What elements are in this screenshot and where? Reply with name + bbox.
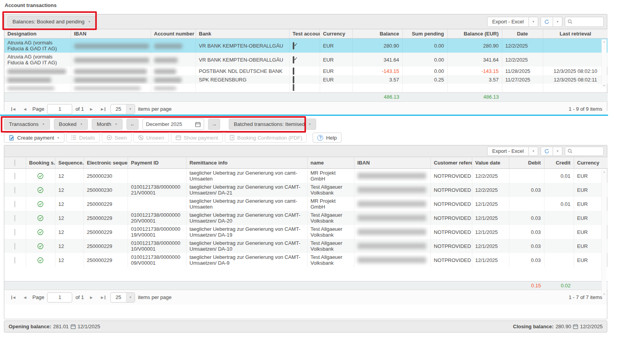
col-account-number[interactable]: Account number [151, 29, 196, 39]
col-sum-pending[interactable]: Sum pending [402, 29, 447, 39]
details-button[interactable]: Details [66, 133, 100, 143]
page-size-select[interactable]: 25 ▼ [110, 292, 135, 303]
refresh-options-caret[interactable]: ▼ [553, 147, 562, 156]
col-name[interactable]: name [307, 157, 354, 169]
row-checkbox[interactable] [14, 173, 15, 179]
table-row[interactable]: 12250000229taeglicher Uebertrag zur Gene… [4, 197, 608, 211]
test-account-checkbox[interactable] [293, 76, 294, 83]
col-customer-reference[interactable]: Customer refere... [431, 157, 472, 169]
col-iban[interactable]: IBAN [354, 157, 431, 169]
closing-balance-label: Closing balance: [513, 324, 553, 329]
col-designation[interactable]: Designation [4, 29, 71, 39]
table-row[interactable]: SPK REGENSBURG EUR 3.57 0.25 3.57 11/27/… [4, 75, 608, 84]
create-payment-button[interactable]: Create payment ▼ [4, 133, 64, 143]
prev-page-button[interactable]: ◀ [21, 293, 29, 302]
last-page-button[interactable]: ▶ [99, 105, 107, 113]
batched-transactions-dropdown[interactable]: Batched transactions: Itemised ▼ [229, 119, 316, 130]
cell-remittance: taeglicher Uebertrag zur Generierung von… [186, 225, 307, 239]
col-bank[interactable]: Bank [196, 29, 289, 39]
search-input[interactable] [574, 148, 599, 154]
col-iban[interactable]: IBAN [71, 29, 151, 39]
cell-electronic-sequence: 250000229 [84, 253, 128, 267]
test-account-checkbox[interactable] [293, 67, 294, 75]
page-number-input[interactable] [47, 292, 72, 303]
col-credit[interactable]: Credit [544, 157, 574, 169]
col-balance-eur[interactable]: Balance (EUR) [447, 29, 502, 39]
col-electronic-sequence[interactable]: Electronic sequen... [84, 157, 128, 169]
first-page-button[interactable]: ◀ [9, 105, 18, 113]
next-page-button[interactable]: ▶ [87, 293, 96, 302]
col-payment-id[interactable]: Payment ID [128, 157, 186, 169]
redacted-text [74, 58, 149, 63]
period-dropdown[interactable]: Month ▼ [92, 119, 123, 130]
table-row[interactable]: Atruvia AG (vormals Fiducia & GAD IT AG)… [4, 39, 608, 53]
row-checkbox[interactable] [14, 229, 15, 235]
transactions-dropdown[interactable]: Transactions ▼ [4, 119, 50, 130]
unseen-button[interactable]: Unseen [133, 133, 169, 143]
col-sequence[interactable]: Sequence... [55, 157, 84, 169]
refresh-options-caret[interactable]: ▼ [553, 17, 562, 27]
table-row[interactable]: 122500002300100121738/000000021/V00001ta… [4, 183, 608, 197]
row-checkbox[interactable] [14, 215, 15, 221]
cell-iban [354, 169, 431, 183]
test-account-checkbox[interactable] [293, 42, 294, 50]
chevron-down-icon: ▼ [42, 123, 45, 126]
page-number-input[interactable] [47, 104, 72, 114]
table-row[interactable]: 122500002290100121738/000000019/V00001ta… [4, 225, 608, 239]
row-checkbox[interactable] [14, 257, 15, 264]
refresh-button[interactable] [541, 17, 553, 27]
balances-filter-dropdown[interactable]: Balances: Booked and pending ▼ [7, 16, 96, 27]
col-debit[interactable]: Debit [509, 157, 544, 169]
col-currency[interactable]: Currency [574, 157, 608, 169]
col-currency[interactable]: Currency [320, 29, 352, 39]
vertical-scrollbar[interactable]: ▲▼ [601, 170, 607, 296]
test-account-checkbox[interactable] [293, 56, 294, 64]
row-checkbox[interactable] [14, 187, 15, 193]
table-row[interactable]: POSTBANK NDL DEUTSCHE BANK EUR -143.15 0… [4, 67, 608, 75]
cell-sequence: 12 [55, 183, 84, 197]
col-last-retrieval[interactable]: Last retrieval [543, 29, 608, 39]
cell-account [151, 53, 196, 67]
cell-iban [354, 225, 431, 239]
next-month-button[interactable]: → [208, 119, 220, 130]
transactions-table: Booking s... Sequence... Electronic sequ… [4, 157, 608, 290]
search-input[interactable] [574, 19, 599, 25]
col-date[interactable]: Date [502, 29, 543, 39]
table-row[interactable]: 122500002290100121738/000000009/V00001ta… [4, 253, 608, 267]
previous-month-button[interactable]: ← [126, 119, 139, 130]
help-button[interactable]: ? Help [313, 133, 341, 143]
seen-button[interactable]: Seen [102, 133, 132, 143]
col-value-date[interactable]: Value date [472, 157, 509, 169]
booking-confirmation-button[interactable]: Booking Confirmation (PDF) [225, 133, 307, 143]
col-balance[interactable]: Balance [352, 29, 402, 39]
page-size-select[interactable]: 25 ▼ [110, 104, 135, 114]
export-excel-button[interactable]: Export - Excel [487, 17, 529, 27]
export-options-caret[interactable]: ▼ [529, 17, 538, 27]
table-row[interactable]: 122500002290100121738/000000010/V00001ta… [4, 239, 608, 253]
row-checkbox[interactable] [14, 201, 15, 207]
table-row[interactable]: Atruvia AG (vormals Fiducia & GAD IT AG)… [4, 53, 608, 67]
refresh-button[interactable] [541, 147, 553, 156]
show-payment-button[interactable]: Show payment [171, 133, 223, 143]
first-page-button[interactable]: ◀ [9, 293, 18, 302]
table-row[interactable]: 12250000230taeglicher Uebertrag zur Gene… [4, 169, 608, 183]
col-test-account[interactable]: Test account [289, 29, 320, 39]
month-date-picker[interactable]: December 2025 [142, 119, 204, 130]
booked-status-dropdown[interactable]: Booked ▼ [54, 119, 88, 130]
select-all-checkbox[interactable] [14, 159, 15, 166]
cell-name: MR Projekt GmbH [307, 197, 354, 211]
col-remittance-info[interactable]: Remittance info [186, 157, 307, 169]
cell-name: Test Allgaeuer Volksbank [307, 225, 354, 239]
prev-page-button[interactable]: ◀ [21, 105, 29, 113]
test-account-checkbox [293, 84, 294, 91]
export-options-caret[interactable]: ▼ [529, 147, 538, 156]
next-page-button[interactable]: ▶ [87, 105, 96, 113]
vertical-scrollbar[interactable]: ▲▼ [601, 39, 607, 88]
row-checkbox[interactable] [14, 243, 15, 250]
booked-check-icon [37, 187, 44, 193]
table-row[interactable]: 122500002290100121738/000000020/V00001ta… [4, 211, 608, 225]
export-excel-button[interactable]: Export - Excel [487, 147, 529, 156]
last-page-button[interactable]: ▶ [99, 293, 107, 302]
booked-check-icon [37, 215, 44, 221]
col-booking-status[interactable]: Booking s... [26, 157, 55, 169]
